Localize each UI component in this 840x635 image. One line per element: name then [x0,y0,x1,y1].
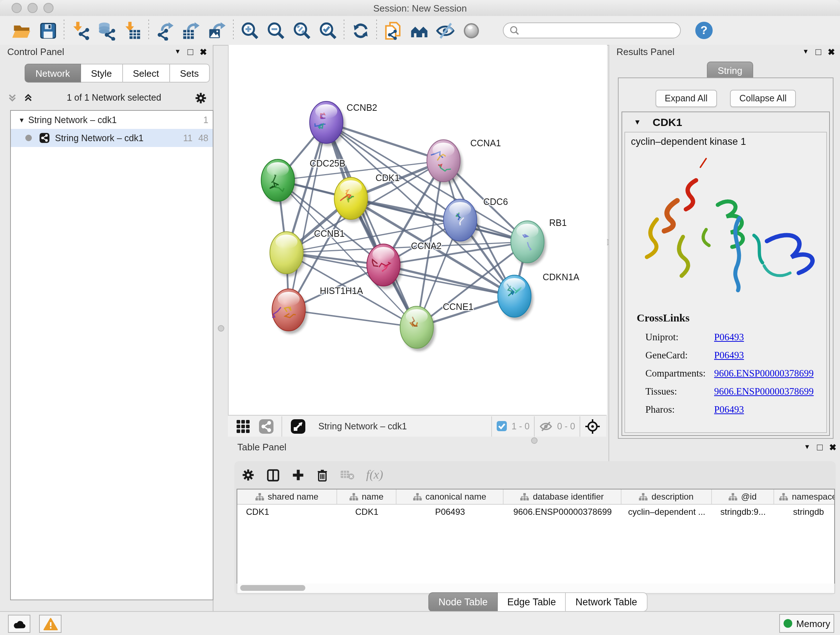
tab-select[interactable]: Select [123,64,170,82]
table-cell[interactable]: CDK1 [337,505,396,519]
network-canvas[interactable]: CCNB2CCNA1CDC25BCDK1CDC6RB1CCNB1CCNA2CDK… [228,45,607,415]
table-cell[interactable]: CDK1 [237,505,337,519]
import-table-button[interactable] [119,18,145,43]
hide-selected-button[interactable] [432,18,458,43]
import-network-file-button[interactable] [67,18,93,43]
import-network-database-button[interactable] [93,18,119,43]
tab-node-table[interactable]: Node Table [428,592,498,612]
show-grid-icon[interactable] [235,418,251,434]
column-header-id[interactable]: @id [712,489,774,504]
tab-style[interactable]: Style [81,64,123,82]
network-options-gear-icon[interactable] [195,92,207,104]
clone-network-button[interactable] [380,18,406,43]
cloud-button[interactable] [8,615,30,633]
table-cell[interactable]: 9606.ENSP00000378699 [504,505,622,519]
search-box[interactable] [503,22,681,38]
export-image-button[interactable] [204,18,230,43]
fit-selected-crosshair-icon[interactable] [584,418,600,434]
crosslink-link[interactable]: P06493 [714,350,744,361]
table-options-gear-icon[interactable] [242,469,255,481]
panel-collapse-icon[interactable]: ▼ [174,49,181,55]
crosslink-link[interactable]: P06493 [714,404,744,416]
network-tree-item[interactable]: String Network – cdk11148 [11,129,213,147]
show-columns-icon[interactable] [266,468,280,482]
network-node-rb1[interactable]: RB1 [511,218,567,266]
add-column-icon[interactable] [292,469,305,481]
birds-eye-view-icon[interactable] [289,417,307,435]
network-edge[interactable] [326,122,417,327]
expand-all-networks-icon[interactable] [23,93,33,103]
protein-section-header[interactable]: ▼ CDK1 [622,112,829,132]
panel-collapse-icon[interactable]: ▼ [804,444,810,450]
tree-expander-icon[interactable]: ▼ [15,116,28,124]
zoom-fit-button[interactable] [289,18,315,43]
network-count: 1 [203,115,208,125]
tab-string[interactable]: String [707,62,753,79]
network-node-hist1h1a[interactable]: HIST1H1A [272,286,363,334]
memory-button[interactable]: Memory [779,614,834,633]
column-header-sharedname[interactable]: shared name [237,489,337,504]
panel-collapse-icon[interactable]: ▼ [802,49,809,55]
tab-sets[interactable]: Sets [170,64,210,82]
search-icon [509,25,519,35]
warning-icon [43,617,57,630]
zoom-selected-button[interactable] [315,18,341,43]
selected-checkbox-icon[interactable] [496,421,507,432]
network-edge[interactable] [289,122,326,310]
panel-float-icon[interactable]: □ [815,47,821,57]
crosslink-link[interactable]: 9606.ENSP00000378699 [714,368,813,379]
panel-float-icon[interactable]: □ [187,47,193,57]
panel-float-icon[interactable]: □ [817,442,823,452]
table-cell[interactable]: cyclin–dependent ... [622,505,712,519]
expand-all-button[interactable]: Expand All [655,90,717,107]
network-node-ccna2[interactable]: CCNA2 [367,241,442,289]
export-table-button[interactable] [178,18,204,43]
export-network-button[interactable] [152,18,178,43]
apply-layout-button[interactable] [347,18,373,43]
tab-edge-table[interactable]: Edge Table [498,592,566,612]
column-header-namespace[interactable]: namespace [774,489,835,504]
status-bar: Memory [0,611,840,635]
table-cell[interactable]: P06493 [396,505,504,519]
crosslink-link[interactable]: P06493 [714,332,744,343]
network-node-cdkn1a[interactable]: CDKN1A [498,272,579,320]
current-network-dot-icon [25,135,32,141]
help-button[interactable]: ? [695,22,713,39]
table-row[interactable]: CDK1CDK1P064939606.ENSP00000378699cyclin… [237,505,834,519]
column-header-databaseidentifier[interactable]: database identifier [504,489,622,504]
tab-network-table[interactable]: Network Table [566,592,647,612]
zoom-in-button[interactable] [237,18,263,43]
panel-close-icon[interactable]: ✖ [828,48,835,56]
table-cell[interactable]: stringdb:9... [712,505,774,519]
network-node-ccna1[interactable]: CCNA1 [427,138,501,185]
column-header-description[interactable]: description [622,489,712,504]
open-file-button[interactable] [9,18,35,43]
network-node-ccne1[interactable]: CCNE1 [400,302,474,351]
delete-column-icon[interactable] [316,468,328,482]
left-splitter-handle[interactable] [218,325,224,332]
network-node-cdc6[interactable]: CDC6 [444,196,508,244]
panel-close-icon[interactable]: ✖ [200,48,207,56]
string-app-icon[interactable] [258,418,274,434]
collapse-all-button[interactable]: Collapse All [730,90,796,107]
section-collapse-icon[interactable]: ▼ [622,118,653,126]
show-all-button[interactable] [458,18,484,43]
search-input[interactable] [519,25,674,36]
column-header-name[interactable]: name [337,489,396,504]
column-label: @id [741,492,756,502]
network-node-ccnb2[interactable]: CCNB2 [309,101,377,146]
network-edge[interactable] [289,310,417,327]
save-session-button[interactable] [35,18,61,43]
table-cell[interactable]: stringdb [774,505,835,519]
network-tree-item[interactable]: ▼String Network – cdk11 [11,111,213,129]
tab-network[interactable]: Network [25,64,81,82]
node-table[interactable]: shared namenamecanonical namedatabase id… [237,489,835,585]
scrollbar-thumb[interactable] [240,585,305,591]
column-header-canonicalname[interactable]: canonical name [396,489,504,504]
panel-close-icon[interactable]: ✖ [829,443,836,451]
collapse-all-networks-icon[interactable] [7,93,17,103]
warnings-button[interactable] [39,615,62,633]
crosslink-link[interactable]: 9606.ENSP00000378699 [714,386,813,397]
zoom-out-button[interactable] [263,18,289,43]
first-neighbors-button[interactable] [406,18,432,43]
